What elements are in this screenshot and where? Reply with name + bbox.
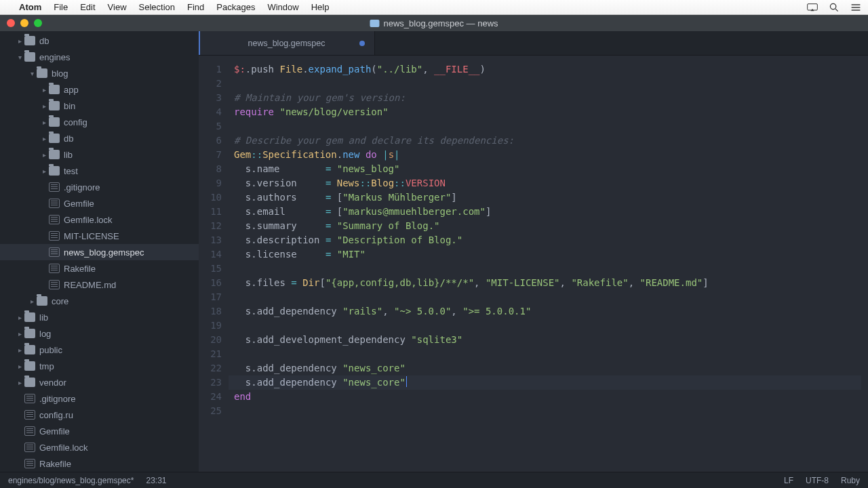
folder-test[interactable]: test (0, 163, 199, 179)
folder-tmp[interactable]: tmp (0, 358, 199, 374)
disclosure-caret-icon[interactable] (16, 363, 23, 370)
file-icon (49, 231, 60, 241)
code-line[interactable]: Gem::Specification.new do |s| (234, 148, 868, 162)
code-line[interactable]: s.name = "news_blog" (234, 162, 868, 176)
spotlight-icon[interactable] (829, 3, 840, 12)
disclosure-caret-icon[interactable] (41, 119, 47, 126)
folder-db[interactable]: db (0, 130, 199, 146)
folder-lib[interactable]: lib (0, 309, 199, 325)
file-gemfile[interactable]: Gemfile (0, 423, 199, 439)
disclosure-caret-icon[interactable] (41, 151, 47, 159)
menu-file[interactable]: File (54, 2, 68, 12)
folder-icon (49, 134, 60, 143)
tree-item-label: db (39, 36, 49, 46)
code-line[interactable]: s.files = Dir["{app,config,db,lib}/**/*"… (234, 276, 868, 290)
file--gitignore[interactable]: .gitignore (0, 179, 199, 195)
disclosure-caret-icon[interactable] (41, 86, 47, 94)
code-line[interactable]: s.authors = ["Markus Mühlberger"] (234, 190, 868, 205)
code-line[interactable]: s.add_dependency "rails", "~> 5.0.0", ">… (234, 304, 868, 319)
code-line[interactable]: # Describe your gem and declare its depe… (234, 134, 868, 148)
code-line[interactable]: s.email = ["markus@mmuehlberger.com"] (234, 205, 868, 219)
code-line[interactable]: s.description = "Description of Blog." (234, 233, 868, 247)
disclosure-caret-icon[interactable] (16, 346, 23, 354)
disclosure-caret-icon[interactable] (41, 167, 47, 175)
disclosure-caret-icon[interactable] (16, 314, 23, 321)
menu-view[interactable]: View (108, 2, 127, 12)
folder-vendor[interactable]: vendor (0, 374, 199, 390)
file-icon (49, 199, 60, 208)
code-line[interactable]: # Maintain your gem's version: (234, 91, 868, 105)
folder-app[interactable]: app (0, 81, 199, 98)
grammar-selector[interactable]: Ruby (841, 476, 860, 485)
code-line[interactable]: end (234, 390, 868, 404)
code-line[interactable]: s.license = "MIT" (234, 247, 868, 262)
tree-item-label: Gemfile (39, 426, 70, 436)
macos-menubar: Atom File Edit View Selection Find Packa… (0, 0, 868, 15)
disclosure-caret-icon[interactable] (16, 379, 23, 386)
file-encoding[interactable]: UTF-8 (806, 476, 829, 485)
code-line[interactable]: $:.push File.expand_path("../lib", __FIL… (234, 62, 868, 77)
file-rakefile[interactable]: Rakefile (0, 260, 199, 277)
tree-item-label: .gitignore (39, 394, 75, 404)
code-line[interactable]: s.summary = "Summary of Blog." (234, 219, 868, 233)
code-line[interactable]: require "news/blog/version" (234, 105, 868, 119)
folder-log[interactable]: log (0, 325, 199, 342)
folder-db[interactable]: db (0, 33, 199, 49)
file-rakefile[interactable]: Rakefile (0, 455, 199, 472)
code-line[interactable]: s.add_development_dependency "sqlite3" (234, 333, 868, 347)
menu-list-icon[interactable] (850, 3, 861, 12)
window-minimize-button[interactable] (20, 19, 28, 27)
code-line[interactable] (234, 119, 868, 134)
folder-public[interactable]: public (0, 342, 199, 358)
folder-config[interactable]: config (0, 114, 199, 130)
disclosure-caret-icon[interactable] (16, 37, 23, 45)
line-ending[interactable]: LF (784, 476, 793, 485)
menu-edit[interactable]: Edit (80, 2, 95, 12)
code-area[interactable]: 1234567891011121314151617181920212223242… (199, 56, 868, 472)
folder-blog[interactable]: blog (0, 65, 199, 81)
code-line[interactable] (234, 347, 868, 361)
file-config-ru[interactable]: config.ru (0, 407, 199, 423)
disclosure-caret-icon[interactable] (41, 135, 47, 142)
code-line[interactable]: s.add_dependency "news_core" (234, 361, 868, 375)
app-menu[interactable]: Atom (19, 2, 41, 12)
cursor-position[interactable]: 23:31 (146, 476, 166, 485)
folder-icon (24, 52, 35, 62)
file-tree[interactable]: dbenginesblogappbinconfigdblibtest.gitig… (0, 31, 199, 472)
code-line[interactable] (234, 290, 868, 304)
disclosure-caret-icon[interactable] (16, 330, 23, 338)
disclosure-caret-icon[interactable] (16, 54, 23, 61)
code-line[interactable] (234, 404, 868, 418)
code-line[interactable]: s.version = News::Blog::VERSION (234, 176, 868, 190)
code-line[interactable] (234, 262, 868, 276)
file-gemfile-lock[interactable]: Gemfile.lock (0, 439, 199, 455)
menu-selection[interactable]: Selection (139, 2, 175, 12)
screen-mirror-icon[interactable] (807, 3, 818, 12)
folder-lib[interactable]: lib (0, 146, 199, 163)
disclosure-caret-icon[interactable] (28, 298, 35, 305)
window-close-button[interactable] (7, 19, 15, 27)
disclosure-caret-icon[interactable] (41, 102, 47, 110)
file-mit-license[interactable]: MIT-LICENSE (0, 228, 199, 244)
folder-bin[interactable]: bin (0, 98, 199, 114)
folder-core[interactable]: core (0, 293, 199, 309)
code-content[interactable]: $:.push File.expand_path("../lib", __FIL… (229, 56, 868, 472)
menu-window[interactable]: Window (267, 2, 298, 12)
file-readme-md[interactable]: README.md (0, 277, 199, 293)
disclosure-caret-icon[interactable] (28, 70, 35, 77)
file-news-blog-gemspec[interactable]: news_blog.gemspec (0, 244, 199, 260)
tab-active[interactable]: news_blog.gemspec (199, 31, 375, 55)
file--gitignore[interactable]: .gitignore (0, 390, 199, 407)
code-line[interactable] (234, 77, 868, 91)
window-zoom-button[interactable] (34, 19, 42, 27)
folder-icon (37, 68, 47, 78)
file-gemfile-lock[interactable]: Gemfile.lock (0, 211, 199, 228)
editor-pane: news_blog.gemspec 1234567891011121314151… (199, 31, 868, 472)
menu-find[interactable]: Find (187, 2, 204, 12)
folder-engines[interactable]: engines (0, 49, 199, 65)
code-line[interactable] (234, 319, 868, 333)
file-gemfile[interactable]: Gemfile (0, 195, 199, 211)
menu-packages[interactable]: Packages (216, 2, 255, 12)
status-path[interactable]: engines/blog/news_blog.gemspec* (8, 476, 134, 485)
menu-help[interactable]: Help (311, 2, 330, 12)
